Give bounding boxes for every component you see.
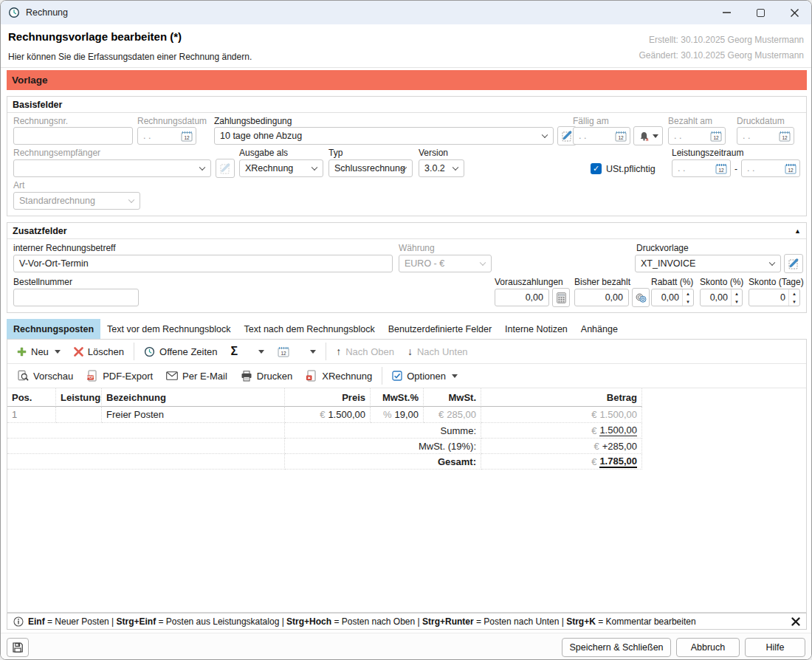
created-info: Erstellt: 30.10.2025 Georg Mustermann <box>649 35 804 45</box>
vorauszahlungen-label: Vorauszahlungen <box>495 277 563 287</box>
vorauszahlungen-calc-button[interactable] <box>552 288 570 307</box>
rechnungsnr-input[interactable] <box>13 127 133 145</box>
faellig-input[interactable]: . . 12 <box>573 127 630 145</box>
svg-text:12: 12 <box>281 351 287 356</box>
spin-down-icon[interactable]: ▼ <box>732 298 742 306</box>
tab-text-nach-rechnungsblock[interactable]: Text nach dem Rechnungsblock <box>238 319 382 339</box>
neu-button[interactable]: Neu <box>10 341 67 362</box>
tab-benutzerdefinierte-felder[interactable]: Benutzerdefinierte Felder <box>382 319 498 339</box>
spin-up-icon[interactable]: ▲ <box>732 289 742 298</box>
loeschen-button[interactable]: Löschen <box>67 341 131 362</box>
vorschau-button[interactable]: Vorschau <box>10 365 80 386</box>
page-title: Rechnungsvorlage bearbeiten (*) <box>8 30 182 43</box>
calendar-icon[interactable]: 12 <box>715 163 727 174</box>
cancel-button[interactable]: Abbruch <box>676 638 740 657</box>
rechnungsdatum-input[interactable]: . . 12 <box>137 127 196 145</box>
leistungszeitraum-bis-input[interactable]: . . 12 <box>741 159 800 177</box>
art-select: Standardrechnung <box>13 192 140 210</box>
betreff-input[interactable]: V-Vor-Ort-Termin <box>13 255 393 272</box>
col-mwst[interactable]: MwSt. <box>424 388 481 407</box>
skonto-tage-stepper[interactable]: 0 ▲▼ <box>749 289 800 306</box>
chevron-down-icon[interactable] <box>258 350 264 354</box>
rabatt-stepper[interactable]: 0,00 ▲▼ <box>651 289 694 306</box>
chevron-down-icon[interactable] <box>310 350 316 354</box>
xrechnung-export-button[interactable]: XRechnung <box>299 365 379 386</box>
bisher-bezahlt-payments-button[interactable] <box>632 288 650 307</box>
titlebar: Rechnung <box>1 1 811 24</box>
rechnungsempfaenger-select[interactable] <box>13 159 211 177</box>
minimize-icon <box>723 12 731 13</box>
tab-anhaenge[interactable]: Anhänge <box>574 319 625 339</box>
spin-down-icon[interactable]: ▼ <box>683 298 693 306</box>
vorauszahlungen-input[interactable]: 0,00 <box>495 289 549 306</box>
bestellnummer-label: Bestellnummer <box>13 277 72 287</box>
col-betrag[interactable]: Betrag <box>481 388 642 407</box>
save-and-close-button[interactable]: Speichern & Schließen <box>562 638 671 657</box>
app-clock-icon <box>8 7 20 18</box>
drucken-button[interactable]: Drucken <box>234 365 299 386</box>
calendar-icon: 12 <box>278 346 289 357</box>
help-button[interactable]: Hilfe <box>745 638 805 657</box>
col-bezeichnung[interactable]: Bezeichnung <box>102 388 285 407</box>
skonto-stepper[interactable]: 0,00 ▲▼ <box>700 289 743 306</box>
cell-mwst[interactable]: €285,00 <box>424 407 481 423</box>
statusbar-close-button[interactable] <box>791 617 800 626</box>
ust-pflichtig-checkbox[interactable]: ✓ <box>591 163 602 174</box>
maximize-button[interactable] <box>743 1 777 24</box>
tab-rechnungsposten[interactable]: Rechnungsposten <box>7 319 100 339</box>
modified-info: Geändert: 30.10.2025 Georg Mustermann <box>639 50 804 61</box>
collapse-icon[interactable]: ▲ <box>794 227 801 235</box>
summe-dropdown-button[interactable]: Σ <box>224 341 272 362</box>
calendar-icon[interactable]: 12 <box>785 163 796 174</box>
minimize-button[interactable] <box>709 1 743 24</box>
ausgabe-als-select[interactable]: XRechnung <box>239 159 323 177</box>
version-select[interactable]: 3.0.2 <box>419 159 464 177</box>
tab-text-vor-rechnungsblock[interactable]: Text vor dem Rechnungsblock <box>100 319 237 339</box>
save-button[interactable] <box>7 638 29 657</box>
leistungszeitraum-von-input[interactable]: . . 12 <box>672 159 731 177</box>
optionen-button[interactable]: Optionen <box>385 365 464 386</box>
check-icon: ✓ <box>593 164 599 173</box>
calendar-icon[interactable]: 12 <box>181 131 193 142</box>
col-leistung[interactable]: Leistungs... <box>56 388 102 407</box>
bezahlt-input[interactable]: . . 12 <box>668 127 726 145</box>
calendar-icon[interactable]: 12 <box>615 131 627 142</box>
druckdatum-input[interactable]: . . 12 <box>737 127 794 145</box>
arrow-down-icon: ↓ <box>407 346 413 357</box>
rechnungsempfaenger-edit-button[interactable] <box>216 159 235 178</box>
svg-text:12: 12 <box>184 135 190 140</box>
col-pos[interactable]: Pos. <box>7 388 56 407</box>
cell-leistung[interactable] <box>56 407 102 423</box>
chevron-down-icon[interactable] <box>55 350 61 354</box>
calendar-icon[interactable]: 12 <box>779 131 791 142</box>
chevron-down-icon[interactable] <box>452 374 458 378</box>
vorlage-banner: Vorlage <box>7 70 807 90</box>
betreff-label: interner Rechnungsbetreff <box>13 243 116 253</box>
cell-mwst-prozent[interactable]: %19,00 <box>371 407 424 423</box>
bestellnummer-input[interactable] <box>13 289 139 306</box>
pdf-export-button[interactable]: PDF PDF-Export <box>80 365 159 386</box>
cell-pos[interactable]: 1 <box>7 407 56 423</box>
cell-bezeichnung[interactable]: Freier Posten <box>102 407 285 423</box>
tab-interne-notizen[interactable]: Interne Notizen <box>498 319 574 339</box>
offene-zeiten-button[interactable]: Offene Zeiten <box>137 341 224 362</box>
zahlungsbedingung-select[interactable]: 10 tage ohne Abzug <box>214 127 554 145</box>
per-email-button[interactable]: Per E-Mail <box>159 365 234 386</box>
cell-preis[interactable]: €1.500,00 <box>285 407 371 423</box>
posten-row[interactable]: 1 Freier Posten €1.500,00 %19,00 €285,00… <box>7 407 806 423</box>
datum-dropdown-button[interactable]: 12 <box>271 341 323 362</box>
druckvorlage-select[interactable]: XT_INVOICE <box>635 255 781 272</box>
typ-select[interactable]: Schlussrechnung <box>328 159 413 177</box>
col-preis[interactable]: Preis <box>285 388 371 407</box>
spin-down-icon[interactable]: ▼ <box>789 298 799 306</box>
close-button[interactable] <box>777 1 811 24</box>
bisher-bezahlt-input[interactable]: 0,00 <box>574 289 629 306</box>
col-mwst-prozent[interactable]: MwSt.% <box>371 388 424 407</box>
spin-up-icon[interactable]: ▲ <box>789 289 799 298</box>
chevron-down-icon <box>653 134 658 138</box>
calendar-icon[interactable]: 12 <box>710 131 722 142</box>
druckvorlage-edit-button[interactable] <box>784 254 803 273</box>
spin-up-icon[interactable]: ▲ <box>683 289 693 298</box>
cell-betrag[interactable]: €1.500,00 <box>481 407 642 423</box>
reminder-split-button[interactable] <box>633 126 663 145</box>
